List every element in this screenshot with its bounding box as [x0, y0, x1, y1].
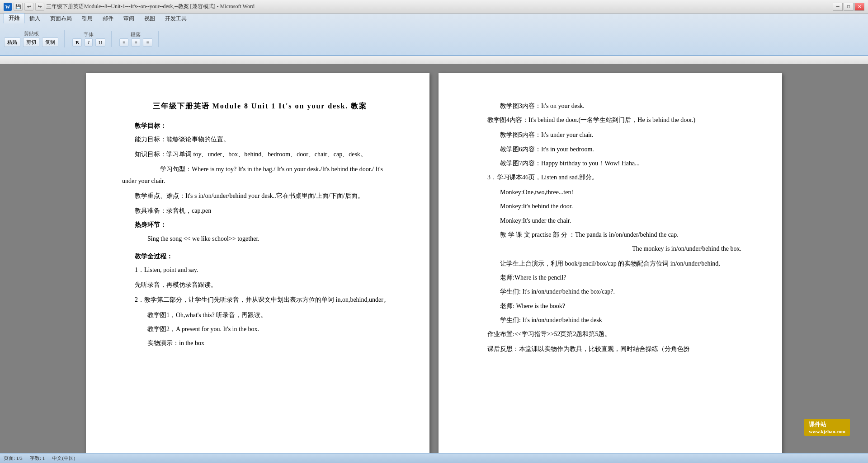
- teaching-tools: 教具准备：录音机，cap,pen: [122, 205, 398, 216]
- para-group: 段落 ≡ ≡ ≡: [119, 31, 159, 47]
- status-bar: 页面: 1/3 字数: 1 中文(中国): [0, 453, 868, 463]
- title-bar: W 💾 ↩ ↪ 三年级下册英语Module--8--Unit-1---It's-…: [0, 0, 868, 14]
- fig4: 教学图4内容：It's behind the door.(一名学生站到门后，He…: [475, 114, 750, 126]
- clipboard-label: 剪贴板: [24, 30, 39, 37]
- monkey3: Monkey:It's under the chair.: [475, 215, 750, 226]
- fig1: 教学图1，Oh,what's this? 听录音，再跟读。: [122, 309, 398, 321]
- word-count: 字数: 1: [30, 455, 45, 462]
- tab-layout[interactable]: 页面布局: [45, 14, 77, 23]
- teaching-goals-heading: 教学目标：: [122, 121, 398, 131]
- tab-start[interactable]: 开始: [4, 13, 24, 23]
- step2-heading: 2．教学第二部分，让学生们先听录音，并从课文中划出表示方位的单词 in,on,b…: [122, 294, 398, 305]
- tab-developer[interactable]: 开发工具: [160, 14, 192, 23]
- clipboard-group: 剪贴板 粘贴 剪切 复制: [4, 30, 65, 47]
- align-center-btn[interactable]: ≡: [131, 38, 140, 47]
- title-bar-left: W 💾 ↩ ↪ 三年级下册英语Module--8--Unit-1---It's-…: [4, 3, 255, 11]
- student-a2: 学生们: It's in/on/under/behind the desk: [475, 314, 750, 326]
- font-group: 字体 B I U: [72, 31, 112, 47]
- fig5: 教学图5内容：It's under your chair.: [475, 129, 750, 140]
- watermark: 课件站 www.kjzhan.com: [804, 419, 850, 436]
- page-1: 三年级下册英语 Module 8 Unit 1 It's on your des…: [86, 73, 429, 453]
- teacher-q1: 老师:Where is the pencil?: [475, 272, 750, 283]
- homework: 作业布置:<<学习指导>>52页第2题和第5题。: [475, 328, 750, 340]
- tab-insert[interactable]: 插入: [24, 14, 45, 23]
- window-title: 三年级下册英语Module--8--Unit-1---It's--on--you…: [46, 3, 255, 10]
- student-demo: 让学生上台演示，利用 book/pencil/box/cap 的实物配合方位词 …: [475, 258, 750, 269]
- teaching-focus: 教学重点、难点：It's s in/on/under/behind your d…: [122, 190, 398, 201]
- tab-view[interactable]: 视图: [139, 14, 160, 23]
- knowledge-goal: 知识目标：学习单词 toy、under、box、behind、bedroom、d…: [122, 149, 398, 160]
- warmup-activity: Sing the song << we like school>> togeth…: [122, 233, 398, 244]
- sentence-pattern: 学习句型：Where is my toy? It's in the bag./ …: [122, 164, 398, 186]
- watermark-line1: 课件站: [809, 421, 826, 428]
- align-left-btn[interactable]: ≡: [119, 38, 128, 47]
- ability-goal: 能力目标：能够谈论事物的位置。: [122, 134, 398, 145]
- cut-btn[interactable]: 剪切: [23, 37, 39, 47]
- paste-btn[interactable]: 粘贴: [4, 37, 20, 47]
- fig7: 教学图7内容：Happy birthday to you！Wow! Haha..…: [475, 158, 750, 169]
- doc-title: 三年级下册英语 Module 8 Unit 1 It's on your des…: [122, 100, 398, 112]
- pages-container[interactable]: 三年级下册英语 Module 8 Unit 1 It's on your des…: [0, 64, 868, 453]
- tab-mail[interactable]: 邮件: [98, 14, 118, 23]
- practise-panda: 教 学 课 文 practise 部 分 ：The panda is in/on…: [475, 229, 750, 240]
- step1-desc: 先听录音，再模仿录音跟读。: [122, 279, 398, 290]
- practise-monkey: The monkey is in/on/under/behind the box…: [475, 243, 750, 254]
- fig3: 教学图3内容：It's on your desk.: [475, 100, 750, 112]
- align-right-btn[interactable]: ≡: [143, 38, 152, 47]
- minimize-btn[interactable]: ─: [833, 3, 843, 11]
- fig2: 教学图2，A present for you. It's in the box.: [122, 323, 398, 335]
- ribbon: 开始 插入 页面布局 引用 邮件 审阅 视图 开发工具 剪贴板 粘贴 剪切 复制…: [0, 14, 868, 56]
- monkey1: Monkey:One,two,three...ten!: [475, 187, 750, 198]
- undo-quick-btn[interactable]: ↩: [24, 3, 33, 11]
- step3-heading: 3．学习课本46页，Listen and sad.部分。: [475, 172, 750, 183]
- monkey2: Monkey:It's behind the door.: [475, 201, 750, 212]
- word-icon: W: [4, 3, 12, 11]
- bold-btn[interactable]: B: [72, 38, 82, 47]
- watermark-line2: www.kjzhan.com: [809, 429, 845, 434]
- warmup-heading: 热身环节：: [122, 220, 398, 230]
- italic-btn[interactable]: I: [85, 38, 93, 47]
- font-label: 字体: [84, 31, 94, 38]
- demo-in: 实物演示：in the box: [122, 337, 398, 349]
- teacher-q2: 老师: Where is the book?: [475, 300, 750, 312]
- maximize-btn[interactable]: □: [844, 3, 854, 11]
- horizontal-ruler: [0, 56, 868, 64]
- ribbon-content: 剪贴板 粘贴 剪切 复制 字体 B I U 段落 ≡ ≡ ≡: [0, 23, 868, 55]
- teaching-process-heading: 教学全过程：: [122, 252, 398, 262]
- para-label: 段落: [131, 31, 141, 38]
- quick-access-toolbar: 💾 ↩ ↪: [14, 3, 44, 11]
- tab-references[interactable]: 引用: [77, 14, 98, 23]
- close-btn[interactable]: ✕: [854, 3, 864, 11]
- window-controls: ─ □ ✕: [833, 3, 864, 11]
- reflection: 课后反思：本堂课以实物作为教具，比较直观，同时结合操练（分角色扮: [475, 343, 750, 355]
- tab-review[interactable]: 审阅: [118, 14, 139, 23]
- ribbon-tabs: 开始 插入 页面布局 引用 邮件 审阅 视图 开发工具: [0, 14, 868, 23]
- step1-heading: 1．Listen, point and say.: [122, 264, 398, 276]
- underline-btn[interactable]: U: [95, 38, 105, 47]
- document-area: 三年级下册英语 Module 8 Unit 1 It's on your des…: [0, 56, 868, 453]
- page-indicator: 页面: 1/3: [4, 455, 23, 462]
- page-2: 教学图3内容：It's on your desk. 教学图4内容：It's be…: [439, 73, 782, 453]
- student-a1: 学生们: It's in/on/under/behind the box/cap…: [475, 286, 750, 297]
- redo-quick-btn[interactable]: ↪: [35, 3, 44, 11]
- language-indicator: 中文(中国): [52, 455, 75, 462]
- fig6: 教学图6内容：It's in your bedroom.: [475, 144, 750, 155]
- copy-btn[interactable]: 复制: [42, 37, 58, 47]
- save-quick-btn[interactable]: 💾: [14, 3, 23, 11]
